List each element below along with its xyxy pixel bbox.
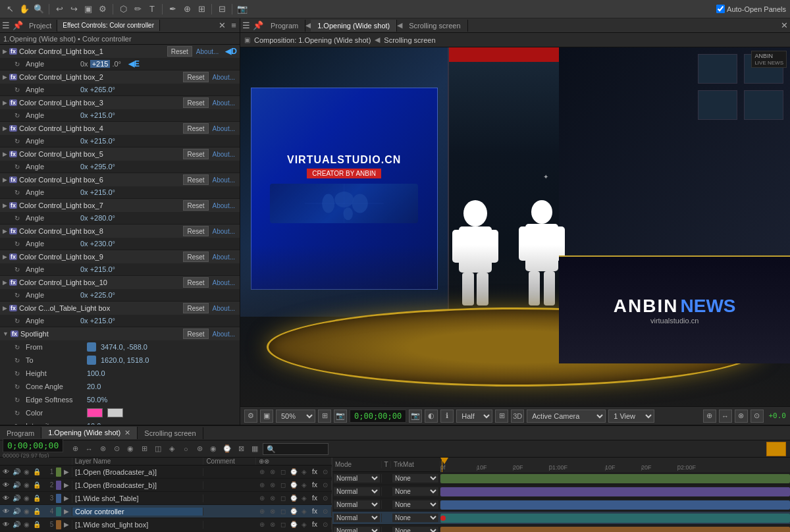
pen-tool-icon[interactable]: ✒ <box>167 3 178 15</box>
trkmat-select-3[interactable]: None <box>392 500 438 509</box>
to-crosshair-icon[interactable] <box>87 356 96 365</box>
mode-select-4[interactable]: Normal <box>334 514 380 522</box>
tab-effect-controls[interactable]: Effect Controls: Color controller <box>57 20 160 31</box>
layer-4-expand[interactable]: ▶ <box>64 508 70 515</box>
effect-group-6-header[interactable]: ▶ fx Color Control_Light box_6 Reset Abo… <box>0 173 240 186</box>
layer-4-color-bar[interactable] <box>56 507 61 516</box>
sw-4-3[interactable]: ◻ <box>278 507 288 516</box>
layer-3-name[interactable]: [1.Wide shot_Table] <box>72 494 203 502</box>
about-btn-3[interactable]: About... <box>211 99 237 107</box>
comp-snapshot-icon[interactable]: 📷 <box>334 410 347 423</box>
comp-quality-select[interactable]: Half <box>456 410 492 423</box>
layer-row-2[interactable]: 👁 🔊 ◉ 🔒 2 ▶ [1.Open (Broadcaster_b)] ⊕ ⊗… <box>0 479 332 492</box>
panel-options-icon[interactable]: ≡ <box>228 20 240 32</box>
effect-group-3-header[interactable]: ▶ fx Color Control_Light box_3 Reset Abo… <box>0 96 240 109</box>
comp-region-icon[interactable]: ▣ <box>260 410 273 423</box>
panel-menu-icon[interactable]: ☰ <box>0 20 12 32</box>
layer-1-solo[interactable]: ◉ <box>22 467 32 477</box>
effect-group-2-header[interactable]: ▶ fx Color Control_Light box_2 Reset Abo… <box>0 70 240 84</box>
color-swatch-white[interactable] <box>107 408 123 417</box>
layer-4-visibility[interactable]: 👁 <box>1 507 11 516</box>
paint-icon[interactable]: ✏ <box>132 3 144 15</box>
tl-tool11-icon[interactable]: ◉ <box>207 443 219 455</box>
sw-5-5[interactable]: ◈ <box>300 520 309 529</box>
layer-3-solo[interactable]: ◉ <box>22 494 32 503</box>
layer-5-visibility[interactable]: 👁 <box>1 520 11 529</box>
comp-tool3-icon[interactable]: ⊗ <box>735 410 748 423</box>
effect-group-4-header[interactable]: ▶ fx Color Control_Light box_4 Reset Abo… <box>0 122 240 135</box>
about-btn-7[interactable]: About... <box>211 202 237 209</box>
layer-5-solo[interactable]: ◉ <box>22 520 32 529</box>
layer-row-4[interactable]: 👁 🔊 ◉ 🔒 4 ▶ Color controller ⊕ ⊗ ◻ <box>0 505 332 518</box>
layer-3-expand[interactable]: ▶ <box>64 494 70 502</box>
sw-2-3[interactable]: ◻ <box>278 481 288 490</box>
mode-select-1[interactable]: Normal <box>334 474 380 483</box>
sw-5-2[interactable]: ⊗ <box>268 520 277 529</box>
align-icon[interactable]: ⊟ <box>216 3 228 15</box>
effect-group-8-header[interactable]: ▶ fx Color Control_Light box_8 Reset Abo… <box>0 225 240 238</box>
tl-tab-opening[interactable]: 1.Opening (Wide shot) ✕ <box>41 427 138 439</box>
auto-open-panels-label[interactable]: Auto-Open Panels <box>716 5 786 13</box>
reset-btn-3[interactable]: Reset <box>183 97 208 108</box>
sw-2-2[interactable]: ⊗ <box>268 481 277 490</box>
reset-btn-10[interactable]: Reset <box>183 277 208 288</box>
sw-1-5[interactable]: ◈ <box>300 467 309 477</box>
tl-tool2-icon[interactable]: ↔ <box>83 443 95 455</box>
mode-select-5[interactable]: Normal <box>334 527 380 532</box>
layer-3-audio[interactable]: 🔊 <box>12 494 21 503</box>
sw-4-4[interactable]: ⌚ <box>289 507 298 516</box>
layer-2-visibility[interactable]: 👁 <box>1 481 11 490</box>
tl-tool7-icon[interactable]: ◫ <box>152 443 164 455</box>
sw-3-3[interactable]: ◻ <box>278 494 288 503</box>
comp-camera-select[interactable]: Active Camera <box>527 410 606 423</box>
reset-btn-5[interactable]: Reset <box>183 149 208 159</box>
sw-4-2[interactable]: ⊗ <box>268 507 277 516</box>
layer-1-color-bar[interactable] <box>56 467 61 477</box>
panel-pin-icon[interactable]: 📌 <box>12 20 24 32</box>
tl-tool4-icon[interactable]: ⊙ <box>111 443 122 455</box>
trkmat-select-5[interactable]: None <box>392 527 438 532</box>
layer-5-audio[interactable]: 🔊 <box>12 520 21 529</box>
sw-1-4[interactable]: ⌚ <box>289 467 298 477</box>
effect-group-5-header[interactable]: ▶ fx Color Control_Light box_5 Reset Abo… <box>0 147 240 161</box>
tl-tool1-icon[interactable]: ⊕ <box>69 443 81 455</box>
trkmat-select-1[interactable]: None <box>392 474 438 483</box>
about-btn-9[interactable]: About... <box>211 253 237 261</box>
reset-btn-7[interactable]: Reset <box>183 200 208 211</box>
layer-5-name[interactable]: [1.Wide shot_light box] <box>72 521 203 529</box>
sw-4-1[interactable]: ⊕ <box>257 507 267 516</box>
about-btn-1[interactable]: About... <box>194 48 221 55</box>
layer-3-color-bar[interactable] <box>56 494 61 503</box>
effect-group-1-header[interactable]: ▶ fx Color Control_Light box_1 Reset Abo… <box>0 45 240 58</box>
about-btn-10[interactable]: About... <box>211 279 237 286</box>
about-btn-4[interactable]: About... <box>211 125 237 132</box>
comp-view-select[interactable]: 1 View <box>608 410 654 423</box>
reset-btn-1[interactable]: Reset <box>167 46 192 57</box>
color-swatch-pink[interactable] <box>87 408 103 417</box>
redo-icon[interactable]: ↪ <box>68 3 80 15</box>
render-icon[interactable]: ⬡ <box>117 3 129 15</box>
layer-row-1[interactable]: 👁 🔊 ◉ 🔒 1 ▶ [1.Open (Broadcaster_a)] ⊕ ⊗… <box>0 466 332 479</box>
tl-tool6-icon[interactable]: ⊞ <box>138 443 150 455</box>
about-btn-5[interactable]: About... <box>211 151 237 158</box>
auto-open-panels-checkbox[interactable] <box>716 5 725 13</box>
sw-1-3[interactable]: ◻ <box>278 467 288 477</box>
layer-row-3[interactable]: 👁 🔊 ◉ 🔒 3 ▶ [1.Wide shot_Table] ⊕ ⊗ ◻ <box>0 492 332 505</box>
tl-tool9-icon[interactable]: ○ <box>180 443 192 455</box>
layer-3-visibility[interactable]: 👁 <box>1 494 11 503</box>
tl-tab-program[interactable]: Program <box>0 427 41 439</box>
camera-icon[interactable]: 📷 <box>236 3 248 15</box>
mode-select-2[interactable]: Normal <box>334 487 380 496</box>
about-btn-8[interactable]: About... <box>211 228 237 235</box>
undo-icon[interactable]: ↩ <box>53 3 65 15</box>
sw-2-fx[interactable]: fx <box>310 481 319 490</box>
reset-btn-8[interactable]: Reset <box>183 226 208 236</box>
tl-tool10-icon[interactable]: ⊛ <box>194 443 205 455</box>
mode-select-3[interactable]: Normal <box>334 500 380 509</box>
effect-group-10-header[interactable]: ▶ fx Color Control_Light box_10 Reset Ab… <box>0 276 240 289</box>
layer-1-lock[interactable]: 🔒 <box>33 467 42 477</box>
comp-camera-snap-icon[interactable]: 📷 <box>409 410 422 423</box>
comp-tool1-icon[interactable]: ⊕ <box>703 410 716 423</box>
layer-4-audio[interactable]: 🔊 <box>12 507 21 516</box>
sw-4-7[interactable]: ⊙ <box>321 507 330 516</box>
